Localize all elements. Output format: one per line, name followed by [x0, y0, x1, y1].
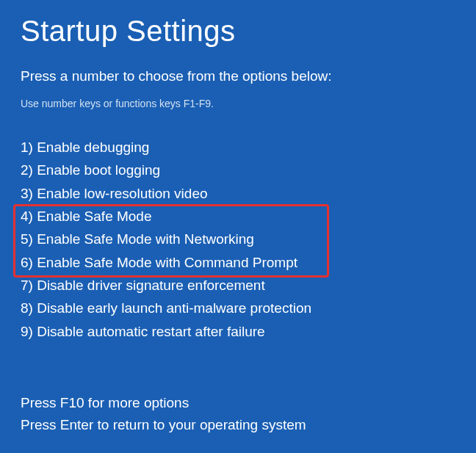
option-8[interactable]: 8) Disable early launch anti-malware pro…	[21, 297, 455, 319]
option-1[interactable]: 1) Enable debugging	[21, 136, 455, 159]
option-6[interactable]: 6) Enable Safe Mode with Command Prompt	[21, 251, 455, 274]
option-7[interactable]: 7) Disable driver signature enforcement	[21, 274, 455, 297]
subtitle: Press a number to choose from the option…	[21, 68, 455, 84]
options-list: 1) Enable debugging 2) Enable boot loggi…	[21, 136, 455, 343]
option-9[interactable]: 9) Disable automatic restart after failu…	[21, 320, 455, 343]
page-title: Startup Settings	[21, 15, 455, 48]
footer-return: Press Enter to return to your operating …	[21, 414, 306, 435]
hint-text: Use number keys or functions keys F1-F9.	[21, 98, 455, 109]
footer-more-options: Press F10 for more options	[21, 392, 306, 413]
option-2[interactable]: 2) Enable boot logging	[21, 159, 455, 181]
option-5[interactable]: 5) Enable Safe Mode with Networking	[21, 228, 455, 250]
option-3[interactable]: 3) Enable low-resolution video	[21, 182, 455, 205]
option-4[interactable]: 4) Enable Safe Mode	[21, 205, 455, 228]
footer: Press F10 for more options Press Enter t…	[21, 392, 306, 435]
